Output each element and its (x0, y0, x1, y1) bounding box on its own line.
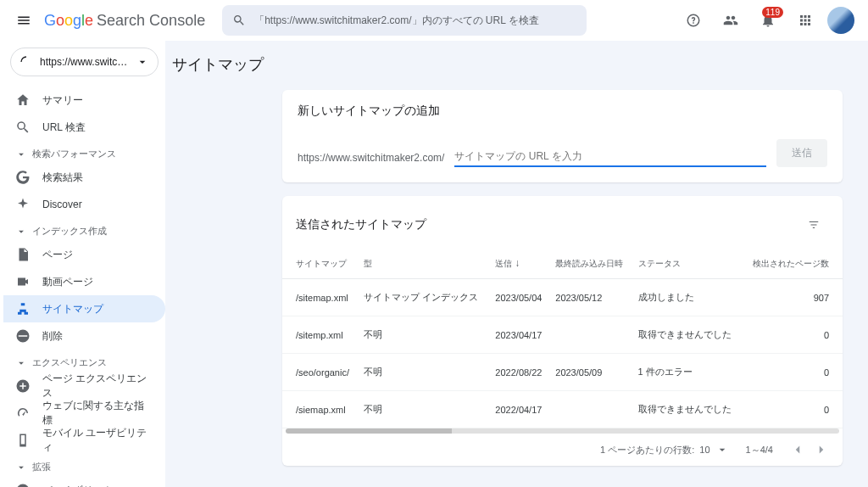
people-button[interactable] (715, 5, 746, 36)
sidebar-item-label: ページ (42, 248, 73, 262)
sidebar: https://www.switchi... サマリー URL 検査 検索パフォ… (0, 41, 165, 487)
video-icon (15, 274, 31, 289)
account-avatar[interactable] (827, 7, 854, 34)
notifications-button[interactable]: 119 (753, 5, 783, 36)
cell-submitted: 2022/04/17 (490, 391, 550, 428)
prev-page-button[interactable] (790, 442, 805, 457)
col-status[interactable]: ステータス (633, 249, 743, 279)
sidebar-item-url-inspection[interactable]: URL 検査 (3, 114, 165, 141)
sidebar-item-page-experience[interactable]: ページ エクスペリエンス (3, 372, 165, 400)
table-row[interactable]: /sitemap.xmlサイトマップ インデックス2023/05/042023/… (282, 279, 843, 316)
sidebar-item-core-web-vitals[interactable]: ウェブに関する主な指標 (3, 400, 165, 427)
sidebar-item-removals[interactable]: 削除 (3, 322, 165, 350)
sidebar-item-search-results[interactable]: 検索結果 (3, 164, 165, 191)
sidebar-item-label: URL 検査 (42, 120, 86, 135)
cell-type: サイトマップ インデックス (359, 279, 491, 316)
url-search-input[interactable] (254, 14, 576, 26)
search-icon (15, 120, 31, 135)
tag-icon (15, 483, 31, 487)
cell-count: 0 (743, 391, 843, 428)
cell-type: 不明 (359, 354, 491, 391)
sidebar-item-label: 削除 (42, 329, 63, 344)
sidebar-section-experience[interactable]: エクスペリエンス (3, 350, 165, 372)
property-selector[interactable]: https://www.switchi... (10, 48, 159, 76)
page-range: 1～4/4 (746, 444, 773, 456)
google-g-icon (15, 170, 31, 185)
sidebar-item-video-pages[interactable]: 動画ページ (3, 268, 165, 295)
google-logo-text: Google (44, 12, 93, 30)
submitted-sitemaps-card: 送信されたサイトマップ サイトマップ 型 送信 ↓ 最終読み込み日時 ステータス… (282, 196, 843, 466)
cell-last-read (550, 316, 632, 354)
help-icon (686, 13, 701, 28)
cell-status: 成功しました (633, 279, 743, 316)
table-row[interactable]: /sitemp.xml不明2023/04/17取得できませんでした0 (282, 316, 843, 354)
add-sitemap-card: 新しいサイトマップの追加 https://www.switchitmaker2.… (282, 90, 843, 182)
cell-count: 0 (743, 316, 843, 354)
cell-sitemap: /siemap.xml (282, 391, 359, 428)
app-header: Google Search Console 119 (0, 0, 868, 41)
cell-type: 不明 (359, 391, 491, 428)
cell-type: 不明 (359, 316, 491, 354)
product-name: Search Console (97, 12, 205, 30)
add-sitemap-title: 新しいサイトマップの追加 (298, 104, 827, 119)
col-last-read[interactable]: 最終読み込み日時 (550, 249, 632, 279)
page-title: サイトマップ (172, 48, 843, 90)
sidebar-item-pages[interactable]: ページ (3, 241, 165, 268)
sidebar-section-indexing[interactable]: インデックス作成 (3, 218, 165, 241)
sidebar-item-breadcrumbs[interactable]: パンくずリスト (3, 477, 165, 487)
sitemap-url-input[interactable] (454, 148, 766, 167)
chevron-down-icon (15, 357, 27, 369)
col-submitted[interactable]: 送信 ↓ (490, 249, 550, 279)
sidebar-item-mobile-usability[interactable]: モバイル ユーザビリティ (3, 427, 165, 454)
cell-status: 取得できませんでした (633, 391, 743, 428)
property-label: https://www.switchi... (40, 56, 129, 68)
sidebar-item-label: サマリー (42, 93, 83, 108)
submit-sitemap-button[interactable]: 送信 (776, 139, 827, 167)
sidebar-item-label: パンくずリスト (42, 484, 114, 488)
sitemap-url-prefix: https://www.switchitmaker2.com/ (298, 152, 444, 167)
sidebar-section-performance[interactable]: 検索パフォーマンス (3, 141, 165, 164)
discover-icon (15, 197, 31, 212)
sidebar-item-label: サイトマップ (42, 302, 103, 316)
sidebar-item-label: Discover (42, 199, 82, 210)
sidebar-item-label: ウェブに関する主な指標 (42, 399, 153, 428)
table-row[interactable]: /siemap.xml不明2022/04/17取得できませんでした0 (282, 391, 843, 428)
table-row[interactable]: /seo/organic/不明2022/08/222023/05/091 件のエ… (282, 354, 843, 391)
next-page-button[interactable] (814, 442, 829, 457)
help-button[interactable] (678, 5, 709, 36)
people-icon (723, 13, 738, 28)
cell-sitemap: /sitemp.xml (282, 316, 359, 354)
cell-status: 取得できませんでした (633, 316, 743, 354)
sidebar-item-discover[interactable]: Discover (3, 191, 165, 218)
col-type[interactable]: 型 (359, 249, 491, 279)
cell-last-read: 2023/05/09 (550, 354, 632, 391)
cell-sitemap: /sitemap.xml (282, 279, 359, 316)
chevron-down-icon (15, 148, 27, 160)
cell-submitted: 2023/05/04 (490, 279, 550, 316)
chevron-down-icon[interactable] (715, 443, 729, 456)
sort-down-icon: ↓ (515, 257, 520, 269)
filter-button[interactable] (798, 210, 829, 240)
col-discovered[interactable]: 検出されたページ数 (743, 249, 843, 279)
home-icon (15, 92, 31, 108)
sitemap-icon (15, 301, 31, 316)
main-content: サイトマップ 新しいサイトマップの追加 https://www.switchit… (165, 41, 868, 487)
chevron-down-icon (15, 462, 27, 473)
sidebar-item-summary[interactable]: サマリー (3, 87, 165, 114)
cell-count: 907 (743, 279, 843, 316)
sidebar-section-enhancements[interactable]: 拡張 (3, 454, 165, 477)
google-search-console-logo[interactable]: Google Search Console (44, 12, 205, 30)
sidebar-item-sitemaps[interactable]: サイトマップ (3, 295, 165, 322)
remove-icon (15, 328, 31, 344)
sidebar-item-label: 動画ページ (42, 275, 93, 289)
url-search-bar[interactable] (222, 5, 587, 36)
col-sitemap[interactable]: サイトマップ (282, 249, 359, 279)
sidebar-item-label: 検索結果 (42, 171, 83, 185)
hamburger-menu-button[interactable] (7, 3, 41, 37)
apps-button[interactable] (790, 5, 821, 36)
rows-per-page-label: 1 ページあたりの行数: (600, 444, 694, 456)
cell-submitted: 2023/04/17 (490, 316, 550, 354)
submitted-sitemaps-title: 送信されたサイトマップ (296, 217, 798, 232)
speed-icon (15, 406, 31, 421)
cell-count: 0 (743, 354, 843, 391)
